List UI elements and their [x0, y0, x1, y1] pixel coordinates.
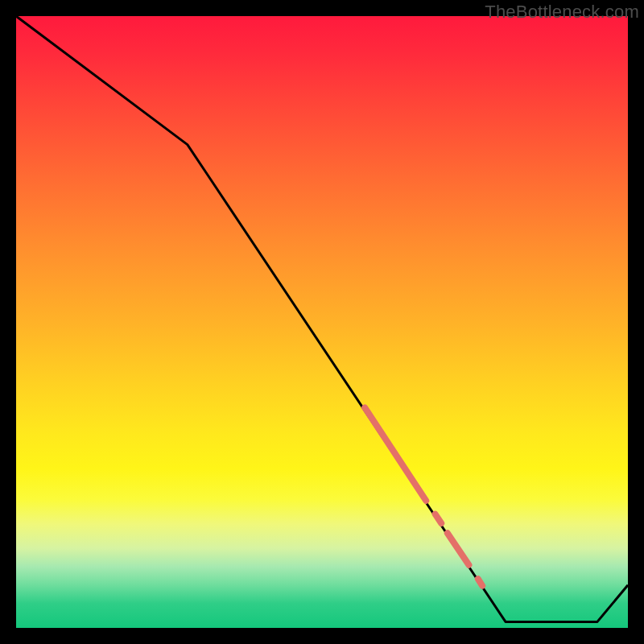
- highlight-dot-2: [478, 579, 482, 585]
- chart-svg: [16, 16, 628, 628]
- highlight-segment-1: [365, 407, 426, 501]
- plot-area: [16, 16, 628, 628]
- curve-curve: [16, 16, 628, 621]
- watermark-label: TheBottleneck.com: [485, 2, 639, 23]
- highlight-dot-1: [436, 514, 442, 523]
- chart-frame: TheBottleneck.com: [0, 0, 644, 644]
- highlight-segment-2: [448, 533, 469, 565]
- lines-group: [16, 16, 628, 621]
